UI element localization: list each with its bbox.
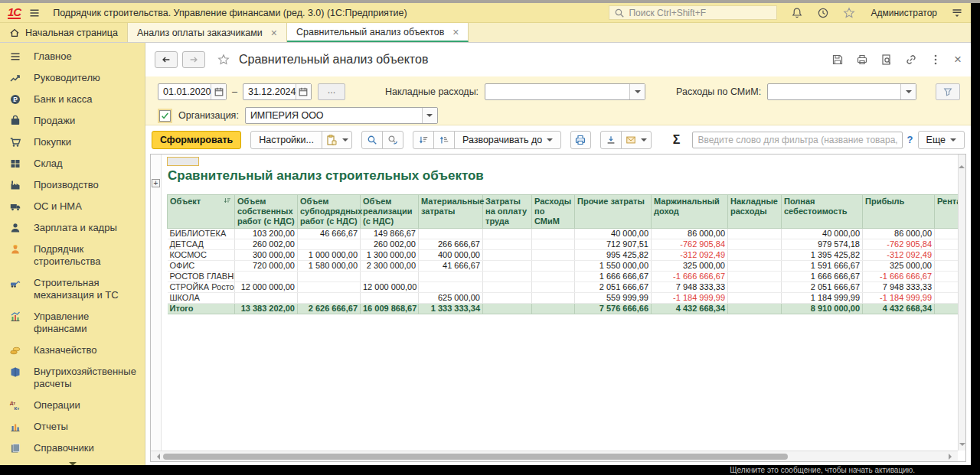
- value-cell[interactable]: 325 000,00: [863, 261, 935, 272]
- sidebar-item-bank-i-kassa[interactable]: PБанк и касса: [0, 89, 145, 110]
- object-cell[interactable]: СТРОЙКА Ростов: [168, 282, 235, 293]
- overhead-dropdown-button[interactable]: [629, 84, 645, 99]
- print-icon[interactable]: [856, 54, 868, 66]
- column-header[interactable]: Объем субподрядных работ (с НДС): [298, 195, 361, 229]
- value-cell[interactable]: -1 184 999,99: [863, 293, 935, 304]
- value-cell[interactable]: 1 333 333,34: [419, 304, 483, 314]
- horizontal-scrollbar[interactable]: [151, 451, 958, 461]
- value-cell[interactable]: 2 051 666,67: [575, 282, 652, 293]
- value-cell[interactable]: [298, 293, 361, 304]
- scroll-up-icon[interactable]: [959, 154, 965, 168]
- value-cell[interactable]: [935, 293, 959, 304]
- overhead-filter-combo[interactable]: [485, 83, 645, 100]
- value-cell[interactable]: 266 666,67: [419, 239, 483, 250]
- value-cell[interactable]: [483, 293, 532, 304]
- value-cell[interactable]: 995 425,82: [575, 250, 652, 261]
- send-email-button[interactable]: [621, 131, 652, 149]
- column-header[interactable]: Маржинальный доход: [652, 195, 728, 229]
- value-cell[interactable]: 13 383 202,00: [235, 304, 298, 314]
- sum-sigma-button[interactable]: Σ: [670, 133, 684, 147]
- vertical-scrollbar[interactable]: [958, 155, 965, 451]
- value-cell[interactable]: -1 184 999,99: [652, 293, 728, 304]
- value-cell[interactable]: [483, 304, 532, 314]
- scroll-left-icon[interactable]: [154, 454, 160, 460]
- sidebar-item-stroitelnaya-mekhanizatsiya-i-ts[interactable]: Строительная механизация и ТС: [0, 272, 145, 306]
- horizontal-scroll-thumb[interactable]: [163, 454, 788, 460]
- print-button[interactable]: [570, 131, 591, 149]
- value-cell[interactable]: 1 666 666,67: [575, 272, 652, 282]
- sidebar-item-sklad[interactable]: Склад: [0, 153, 145, 174]
- column-header[interactable]: Прибыль: [863, 195, 935, 229]
- value-cell[interactable]: [728, 261, 782, 272]
- sidebar-item-pokupki[interactable]: Покупки: [0, 132, 145, 153]
- date-from-value[interactable]: 01.01.2020: [158, 84, 211, 99]
- value-cell[interactable]: [532, 261, 575, 272]
- sidebar-item-rukovoditelyu[interactable]: Руководителю: [0, 67, 145, 89]
- value-cell[interactable]: [728, 304, 782, 314]
- expand-row-button[interactable]: +: [152, 179, 160, 187]
- table-row[interactable]: ОФИС720 000,001 580 000,002 300 000,0041…: [168, 261, 959, 272]
- object-cell[interactable]: ДЕТСАД: [168, 239, 235, 250]
- sidebar-item-otchety[interactable]: Отчеты: [0, 416, 145, 438]
- selected-cell-marker[interactable]: [167, 157, 199, 166]
- value-cell[interactable]: 559 999,99: [575, 293, 652, 304]
- tab-close-icon[interactable]: ×: [271, 29, 277, 37]
- table-row[interactable]: СТРОЙКА Ростов12 000 000,0012 000 000,00…: [168, 282, 959, 293]
- value-cell[interactable]: 40 000,00: [575, 229, 652, 239]
- value-cell[interactable]: 86 000,00: [652, 229, 728, 239]
- value-cell[interactable]: [935, 229, 959, 239]
- scroll-right-icon[interactable]: [949, 454, 955, 460]
- tab-object-comparison[interactable]: Сравнительный анализ объектов×: [287, 23, 469, 42]
- value-cell[interactable]: 16 009 868,67: [361, 304, 419, 314]
- save-report-button[interactable]: [600, 131, 622, 149]
- value-cell[interactable]: [935, 250, 959, 261]
- value-cell[interactable]: 40 000,00: [782, 229, 863, 239]
- back-button[interactable]: [155, 51, 178, 68]
- sidebar-scroll-more-icon[interactable]: [0, 459, 145, 465]
- value-cell[interactable]: 4 432 668,34: [652, 304, 728, 314]
- value-cell[interactable]: [532, 272, 575, 282]
- value-cell[interactable]: [728, 293, 782, 304]
- column-header[interactable]: Материальные затраты: [419, 195, 483, 229]
- value-cell[interactable]: [483, 229, 532, 239]
- table-row[interactable]: ДЕТСАД260 002,00260 002,00266 666,67712 …: [168, 239, 959, 250]
- object-cell[interactable]: ШКОЛА: [168, 293, 235, 304]
- object-cell[interactable]: Итого: [168, 304, 235, 314]
- value-cell[interactable]: [728, 282, 782, 293]
- value-cell[interactable]: [532, 304, 575, 314]
- value-cell[interactable]: [483, 261, 532, 272]
- value-cell[interactable]: 300 000,00: [235, 250, 298, 261]
- value-cell[interactable]: -1 666 666,67: [652, 272, 728, 282]
- value-cell[interactable]: [532, 250, 575, 261]
- favorites-icon[interactable]: [843, 7, 855, 19]
- column-header[interactable]: Рентабе.: [935, 195, 959, 229]
- find-button[interactable]: [361, 131, 383, 149]
- collapse-groups-button[interactable]: [413, 131, 434, 149]
- value-cell[interactable]: 1 666 666,67: [782, 272, 863, 282]
- column-header[interactable]: Расходы по СМиМ: [532, 195, 575, 229]
- value-cell[interactable]: [935, 304, 959, 314]
- value-cell[interactable]: 2 300 000,00: [361, 261, 419, 272]
- value-cell[interactable]: 7 948 333,33: [652, 282, 728, 293]
- current-user[interactable]: Администратор: [871, 8, 937, 18]
- object-cell[interactable]: КОСМОС: [168, 250, 235, 261]
- preview-icon[interactable]: [880, 54, 893, 66]
- tab-home[interactable]: Начальная страница: [0, 23, 128, 42]
- value-cell[interactable]: 400 000,00: [419, 250, 483, 261]
- value-cell[interactable]: 625 000,00: [419, 293, 483, 304]
- date-from-calendar-button[interactable]: [211, 84, 226, 99]
- value-cell[interactable]: [483, 239, 532, 250]
- notifications-icon[interactable]: [791, 7, 803, 19]
- organization-value[interactable]: ИМПЕРИЯ ООО: [246, 108, 422, 123]
- value-cell[interactable]: -312 092,49: [863, 250, 935, 261]
- column-header[interactable]: Прочие затраты: [575, 195, 652, 229]
- value-cell[interactable]: [419, 272, 483, 282]
- value-cell[interactable]: 1 580 000,00: [298, 261, 361, 272]
- report-variants-button[interactable]: [322, 131, 352, 149]
- column-header[interactable]: Накладные расходы: [728, 195, 782, 229]
- value-cell[interactable]: [483, 272, 532, 282]
- smim-filter-value[interactable]: [768, 84, 900, 99]
- date-to-field[interactable]: 31.12.2024: [243, 83, 312, 100]
- date-from-field[interactable]: 01.01.2020: [158, 83, 227, 100]
- tab-payment-analysis[interactable]: Анализ оплаты заказчиками×: [128, 23, 287, 42]
